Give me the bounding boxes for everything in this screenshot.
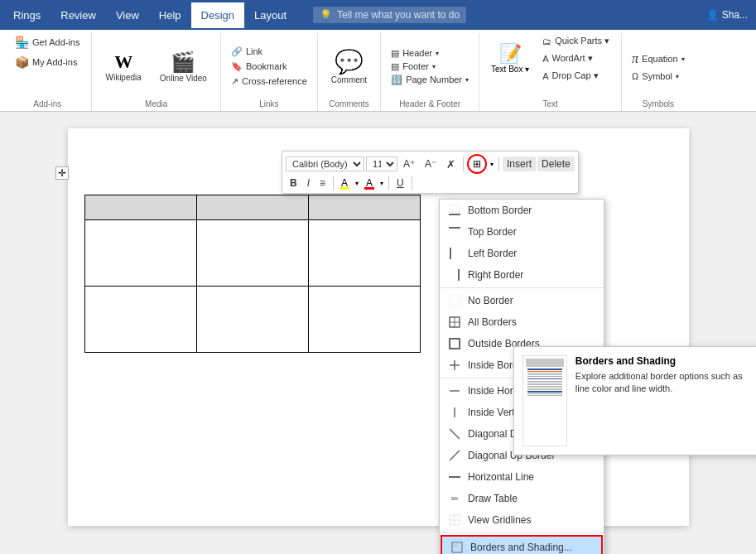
footer-icon: ▤ <box>391 61 399 72</box>
border-dropdown-arrow[interactable]: ▾ <box>489 159 495 170</box>
symbol-button[interactable]: Ω Symbol ▾ <box>628 70 687 83</box>
dropcap-button[interactable]: A Drop Cap ▾ <box>537 68 614 84</box>
equation-dropdown-arrow[interactable]: ▾ <box>681 55 685 63</box>
symbol-label: Symbol <box>642 71 672 81</box>
left-border-label: Left Border <box>468 248 517 259</box>
clear-format-button[interactable]: ✗ <box>442 157 460 172</box>
quick-parts-button[interactable]: 🗂 Quick Parts ▾ <box>537 33 614 49</box>
text-box-button[interactable]: 📝 Text Box ▾ <box>486 40 534 77</box>
font-color-dropdown-arrow[interactable]: ▾ <box>378 178 385 189</box>
bold-button[interactable]: B <box>286 176 301 190</box>
group-addins-label: Add-ins <box>33 99 61 111</box>
left-border-icon <box>448 247 461 260</box>
group-media-label: Media <box>145 99 167 111</box>
highlight-color-button[interactable]: A <box>337 176 352 190</box>
no-border-item[interactable]: No Border <box>440 290 604 311</box>
tooltip-title: Borders and Shading <box>575 355 753 367</box>
link-button[interactable]: 🔗 Link <box>228 45 311 59</box>
online-video-button[interactable]: 🎬 Online Video <box>153 47 214 86</box>
outside-borders-icon <box>448 337 461 350</box>
align-button[interactable]: ≡ <box>315 176 330 190</box>
table-cell[interactable] <box>84 220 196 287</box>
ribbon-content: 🏪 Get Add-ins 📦 My Add-ins Add-ins W Wik… <box>0 30 756 112</box>
view-gridlines-item[interactable]: View Gridlines <box>440 509 604 531</box>
footer-label: Footer <box>402 61 429 71</box>
header-dropdown-arrow[interactable]: ▾ <box>436 50 439 57</box>
table-cell[interactable] <box>196 287 308 353</box>
borders-shading-icon <box>450 541 464 554</box>
table-cell[interactable] <box>308 220 420 287</box>
header-button[interactable]: ▤ Header ▾ <box>388 47 472 60</box>
table-cell[interactable] <box>84 287 196 353</box>
table-cell[interactable] <box>308 287 420 353</box>
tab-review[interactable]: Review <box>51 2 106 28</box>
symbols-items: π Equation ▾ Ω Symbol ▾ <box>628 50 687 83</box>
svg-rect-1 <box>449 205 460 212</box>
toolbar-divider <box>463 157 464 171</box>
symbol-dropdown-arrow[interactable]: ▾ <box>676 73 679 80</box>
toolbar-divider4 <box>388 176 389 190</box>
font-color-button[interactable]: A <box>362 176 377 190</box>
page-number-dropdown-arrow[interactable]: ▾ <box>465 76 469 84</box>
footer-dropdown-arrow[interactable]: ▾ <box>432 63 436 70</box>
right-border-label: Right Border <box>468 269 523 281</box>
font-size-select[interactable]: 11 <box>366 157 397 171</box>
all-borders-item[interactable]: All Borders <box>440 311 604 333</box>
tab-view[interactable]: View <box>106 2 149 28</box>
top-border-item[interactable]: Top Border <box>440 221 604 243</box>
border-button[interactable]: ⊞ <box>467 154 487 174</box>
group-header-footer: ▤ Header ▾ ▤ Footer ▾ 🔢 Page Number ▾ <box>381 33 479 111</box>
font-shrink-button[interactable]: A⁻ <box>421 157 441 171</box>
page-number-button[interactable]: 🔢 Page Number ▾ <box>388 74 472 86</box>
borders-shading-label: Borders and Shading... <box>470 542 572 553</box>
table-move-handle[interactable]: ✛ <box>55 166 69 180</box>
tab-layout[interactable]: Layout <box>244 2 296 28</box>
lightbulb-icon: 💡 <box>320 9 332 21</box>
table-cell[interactable] <box>308 195 420 220</box>
tab-help[interactable]: Help <box>149 2 191 28</box>
my-addins-icon: 📦 <box>15 55 29 69</box>
delete-button[interactable]: Delete <box>537 157 575 171</box>
insert-button[interactable]: Insert <box>503 157 536 171</box>
borders-shading-item[interactable]: Borders and Shading... <box>441 535 603 554</box>
table-row <box>84 220 420 287</box>
page-number-icon: 🔢 <box>391 75 402 85</box>
tab-design[interactable]: Design <box>191 2 244 28</box>
table-cell[interactable] <box>196 195 308 220</box>
tab-rings[interactable]: Rings <box>3 2 51 28</box>
cross-reference-button[interactable]: ↗ Cross-reference <box>228 75 311 89</box>
table-cell[interactable] <box>196 220 308 287</box>
bottom-border-item[interactable]: Bottom Border <box>440 200 604 221</box>
wordart-button[interactable]: A WordArt ▾ <box>537 51 614 66</box>
comment-button[interactable]: 💬 Comment <box>325 45 373 88</box>
font-family-select[interactable]: Calibri (Body) <box>286 157 364 171</box>
draw-table-item[interactable]: ✏ Draw Table <box>440 488 604 509</box>
search-placeholder-text: Tell me what you want to do <box>337 9 460 21</box>
highlight-dropdown-arrow[interactable]: ▾ <box>354 178 360 189</box>
wikipedia-icon: W <box>114 51 132 73</box>
dropcap-label: Drop Cap ▾ <box>552 70 599 81</box>
table-cell[interactable] <box>84 195 196 220</box>
equation-button[interactable]: π Equation ▾ <box>628 50 687 68</box>
wikipedia-button[interactable]: W Wikipedia <box>99 48 147 85</box>
document-table <box>84 195 421 353</box>
get-addins-button[interactable]: 🏪 Get Add-ins <box>10 33 84 51</box>
table-row <box>84 287 420 353</box>
svg-rect-0 <box>449 214 460 215</box>
toolbar-divider2 <box>498 157 499 171</box>
menu-divider <box>440 287 604 288</box>
my-addins-button[interactable]: 📦 My Add-ins <box>10 53 82 71</box>
italic-button[interactable]: I <box>303 176 314 190</box>
right-border-item[interactable]: Right Border <box>440 264 604 286</box>
comment-icon: 💬 <box>335 48 364 75</box>
underline-button[interactable]: U <box>392 176 408 190</box>
my-addins-label: My Add-ins <box>32 57 77 67</box>
left-border-item[interactable]: Left Border <box>440 243 604 264</box>
ribbon-search-box[interactable]: 💡 Tell me what you want to do <box>313 7 466 23</box>
wordart-label: WordArt ▾ <box>552 53 593 64</box>
bookmark-button[interactable]: 🔖 Bookmark <box>228 60 311 74</box>
user-account[interactable]: 👤 Sha... <box>706 9 748 21</box>
horizontal-line-item[interactable]: Horizontal Line <box>440 466 604 488</box>
footer-button[interactable]: ▤ Footer ▾ <box>388 60 472 73</box>
font-grow-button[interactable]: A⁺ <box>399 157 419 171</box>
